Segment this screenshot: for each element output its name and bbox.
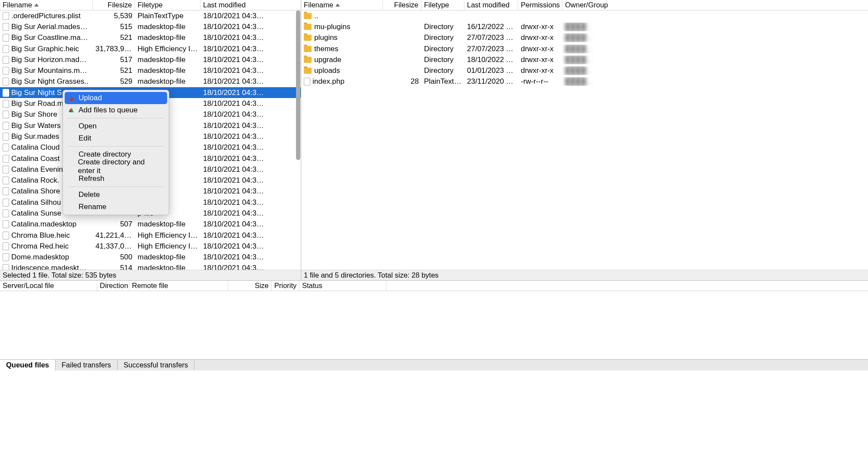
file-type: PlainTextT…: [421, 77, 464, 86]
ctx-open[interactable]: Open: [63, 120, 169, 132]
file-modified: 18/10/2021 04:3…: [201, 23, 287, 31]
file-row[interactable]: Chroma Blue.heic41,221,497High Efficienc…: [0, 230, 301, 241]
qcol-spacer: [386, 281, 868, 291]
col-lastmod[interactable]: Last modified: [201, 0, 287, 10]
file-type: High Efficiency I…: [135, 231, 201, 240]
file-name: themes: [314, 45, 339, 53]
file-name: Catalina Coast: [11, 154, 60, 163]
file-owner: ████…: [562, 66, 868, 75]
ctx-sep-3: [67, 187, 164, 187]
ctx-create-enter[interactable]: Create directory and enter it: [63, 160, 169, 173]
file-type: madesktop-file: [135, 33, 201, 42]
file-modified: 18/10/2021 04:3…: [201, 77, 287, 86]
ctx-edit[interactable]: Edit: [63, 132, 169, 144]
qcol-prio[interactable]: Priority: [272, 281, 299, 291]
file-row[interactable]: Big Sur Mountains.m…521madesktop-file18/…: [0, 65, 301, 76]
file-modified: 18/10/2021 04:3…: [201, 66, 287, 75]
file-row[interactable]: ..: [301, 10, 868, 21]
file-modified: 18/10/2021 04:3…: [201, 231, 287, 240]
file-row[interactable]: Big Sur Night Grasses..529madesktop-file…: [0, 76, 301, 87]
tab-success[interactable]: Successful transfers: [118, 360, 195, 370]
file-type: Directory: [421, 56, 464, 64]
file-name: Big Sur.mades: [11, 132, 59, 141]
file-modified: 18/10/2021 04:3…: [201, 110, 287, 119]
file-name: Big Sur Graphic.heic: [11, 45, 79, 53]
file-row[interactable]: Dome.madesktop500madesktop-file18/10/202…: [0, 252, 301, 263]
file-modified: 18/10/2021 04:3…: [201, 165, 287, 174]
file-row[interactable]: Big Sur Aerial.mades…515madesktop-file18…: [0, 21, 301, 32]
ctx-delete[interactable]: Delete: [63, 189, 169, 201]
qcol-size[interactable]: Size: [228, 281, 272, 291]
file-size: 529: [93, 77, 135, 86]
file-name: Big Sur Shore: [11, 110, 57, 119]
ctx-upload[interactable]: Upload: [65, 92, 167, 104]
ctx-sep-2: [67, 146, 164, 147]
file-row[interactable]: upgradeDirectory18/10/2022 0…drwxr-xr-x█…: [301, 54, 868, 65]
rcol-owner[interactable]: Owner/Group: [562, 0, 868, 10]
file-name: Catalina Sunse: [11, 209, 61, 218]
file-row[interactable]: mu-pluginsDirectory16/12/2022 0…drwxr-xr…: [301, 21, 868, 32]
file-row[interactable]: uploadsDirectory01/01/2023 0…drwxr-xr-x█…: [301, 65, 868, 76]
remote-file-list[interactable]: ..mu-pluginsDirectory16/12/2022 0…drwxr-…: [301, 10, 868, 270]
remote-status: 1 file and 5 directories. Total size: 28…: [301, 270, 868, 280]
queue-body[interactable]: [0, 291, 868, 359]
file-name: Catalina Silhou: [11, 198, 61, 207]
file-icon: [3, 56, 9, 64]
file-row[interactable]: Catalina.madesktop507madesktop-file18/10…: [0, 219, 301, 230]
file-modified: 18/10/2021 04:3…: [201, 154, 287, 163]
file-icon: [3, 45, 9, 53]
file-row[interactable]: Big Sur Graphic.heic31,783,920High Effic…: [0, 43, 301, 54]
ctx-add-queue[interactable]: Add files to queue: [63, 104, 169, 116]
qcol-rf[interactable]: Remote file: [129, 281, 228, 291]
local-scroll-thumb[interactable]: [296, 10, 300, 160]
qcol-dir[interactable]: Direction: [97, 281, 129, 291]
file-row[interactable]: themesDirectory27/07/2023 0…drwxr-xr-x██…: [301, 43, 868, 54]
file-modified: 01/01/2023 0…: [464, 66, 518, 75]
ctx-rename[interactable]: Rename: [63, 201, 169, 213]
file-name: Catalina.madesktop: [11, 220, 76, 229]
rcol-filesize[interactable]: Filesize: [383, 0, 421, 10]
qcol-slf[interactable]: Server/Local file: [0, 281, 97, 291]
tab-failed[interactable]: Failed transfers: [56, 360, 118, 370]
file-size: 507: [93, 220, 135, 229]
local-scrollbar[interactable]: [295, 10, 301, 270]
file-icon: [3, 144, 9, 151]
tab-queued[interactable]: Queued files: [0, 360, 56, 370]
file-size: 500: [93, 253, 135, 262]
file-row[interactable]: Big Sur Horizon.mad…517madesktop-file18/…: [0, 54, 301, 65]
rcol-perm[interactable]: Permissions: [518, 0, 562, 10]
file-modified: 18/10/2021 04:3…: [201, 33, 287, 42]
file-icon: [3, 122, 9, 130]
file-name: Chroma Blue.heic: [11, 231, 70, 240]
file-row[interactable]: .orderedPictures.plist5,539PlainTextType…: [0, 10, 301, 21]
folder-icon: [304, 24, 312, 30]
col-filesize[interactable]: Filesize: [93, 0, 135, 10]
file-icon: [3, 264, 9, 270]
file-modified: 18/10/2021 04:3…: [201, 176, 287, 185]
file-row[interactable]: Chroma Red.heic41,337,084High Efficiency…: [0, 241, 301, 252]
file-row[interactable]: Big Sur Coastline.ma…521madesktop-file18…: [0, 33, 301, 43]
file-size: 521: [93, 66, 135, 75]
rcol-lastmod[interactable]: Last modified: [464, 0, 518, 10]
file-row[interactable]: index.php28PlainTextT…23/11/2020 1…-rw-r…: [301, 76, 868, 87]
file-panels: Filename Filesize Filetype Last modified…: [0, 0, 868, 281]
rcol-filename[interactable]: Filename: [301, 0, 383, 10]
file-icon: [3, 155, 9, 163]
file-name: plugins: [314, 33, 338, 42]
ctx-add-label: Add files to queue: [79, 106, 138, 115]
file-name: Big Sur Night S: [11, 88, 62, 97]
remote-panel: Filename Filesize Filetype Last modified…: [301, 0, 868, 280]
folder-icon: [304, 57, 312, 63]
file-size: 28: [383, 77, 421, 86]
col-filetype[interactable]: Filetype: [135, 0, 201, 10]
file-icon: [3, 23, 9, 31]
file-type: PlainTextType: [135, 12, 201, 20]
col-filename[interactable]: Filename: [0, 0, 93, 10]
file-modified: 27/07/2023 0…: [464, 45, 518, 53]
file-icon: [3, 210, 9, 217]
qcol-status[interactable]: Status: [299, 281, 386, 291]
rcol-filetype[interactable]: Filetype: [421, 0, 464, 10]
file-row[interactable]: Iridescence.madeskt…514madesktop-file18/…: [0, 263, 301, 270]
file-icon: [304, 78, 310, 85]
file-row[interactable]: pluginsDirectory27/07/2023 0…drwxr-xr-x█…: [301, 33, 868, 43]
